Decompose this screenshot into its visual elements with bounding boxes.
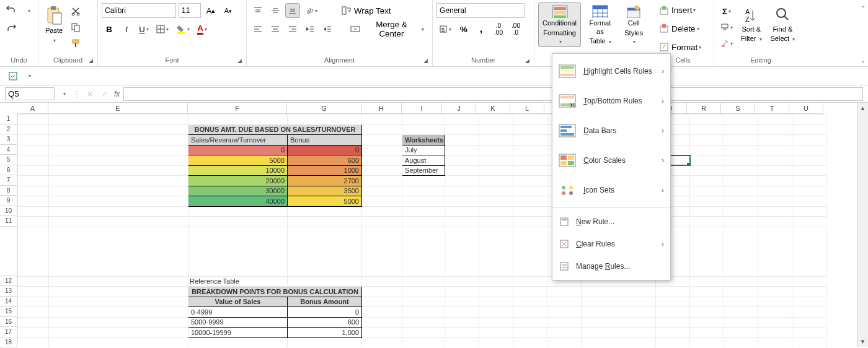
cell[interactable]: [49, 124, 188, 135]
row-header[interactable]: 16: [0, 317, 17, 328]
cell[interactable]: 5000: [288, 196, 362, 207]
cell[interactable]: [547, 317, 582, 328]
cell[interactable]: [547, 328, 582, 338]
align-top-button[interactable]: [250, 3, 265, 18]
cell[interactable]: [18, 115, 49, 125]
font-name-select[interactable]: [102, 3, 176, 18]
cell[interactable]: [690, 307, 724, 318]
cell[interactable]: [792, 328, 826, 338]
insert-button[interactable]: Insert: [656, 3, 710, 18]
cell[interactable]: [758, 145, 792, 155]
cf-new-rule[interactable]: New Rule...: [552, 211, 670, 233]
cell[interactable]: [758, 328, 792, 338]
row-header[interactable]: 18: [0, 337, 17, 348]
cell[interactable]: [479, 317, 513, 328]
cell[interactable]: [445, 317, 479, 328]
percent-button[interactable]: %: [456, 22, 471, 37]
collapse-ribbon-button[interactable]: ⌄: [861, 57, 866, 64]
cell[interactable]: [690, 124, 724, 135]
cf-top-bottom-rules[interactable]: 10 Top/Bottom Rules ›: [552, 86, 670, 116]
row-header[interactable]: 13: [0, 286, 17, 297]
cell[interactable]: 1,000: [288, 328, 362, 338]
cell[interactable]: [49, 227, 188, 276]
cell[interactable]: Sales/Revenue/Turnover: [188, 135, 288, 146]
cell[interactable]: [690, 135, 724, 146]
cell[interactable]: [758, 276, 792, 287]
cell[interactable]: [362, 328, 402, 338]
cell[interactable]: [445, 176, 479, 186]
row-header[interactable]: 4: [0, 145, 17, 155]
quick-dropdown[interactable]: [24, 71, 35, 82]
cell[interactable]: [724, 317, 758, 328]
conditional-formatting-button[interactable]: Conditional Formatting: [538, 2, 581, 47]
cell[interactable]: [402, 227, 445, 276]
cell[interactable]: [582, 297, 656, 307]
cell[interactable]: 10000: [188, 165, 288, 176]
decrease-font-button[interactable]: A▾: [221, 3, 236, 18]
cell[interactable]: [445, 206, 479, 217]
cell[interactable]: [362, 155, 402, 166]
column-header[interactable]: R: [687, 103, 721, 114]
cell[interactable]: [445, 297, 479, 307]
cell[interactable]: [513, 196, 547, 207]
cell[interactable]: [18, 155, 49, 166]
row-header[interactable]: [0, 227, 17, 276]
cell[interactable]: [513, 307, 547, 318]
cell[interactable]: [18, 135, 49, 146]
row-header[interactable]: 3: [0, 134, 17, 145]
cell[interactable]: BONUS AMT. DUE BASED ON SALES/TURNOVER: [188, 124, 362, 135]
cell[interactable]: [49, 145, 188, 155]
cell[interactable]: 0: [288, 307, 362, 318]
cell[interactable]: [792, 276, 826, 287]
cell[interactable]: [513, 227, 547, 276]
cell[interactable]: [656, 337, 690, 347]
cell[interactable]: [362, 217, 402, 227]
cell[interactable]: [402, 337, 445, 347]
cell[interactable]: [792, 165, 826, 176]
cell[interactable]: September: [402, 165, 445, 176]
cell[interactable]: [18, 145, 49, 155]
cell[interactable]: 600: [288, 317, 362, 328]
cell[interactable]: [49, 328, 188, 338]
cell[interactable]: [656, 317, 690, 328]
cell[interactable]: [792, 176, 826, 186]
cell[interactable]: [362, 227, 402, 276]
cell[interactable]: [49, 206, 188, 217]
row-header[interactable]: 17: [0, 327, 17, 337]
cf-clear-rules[interactable]: Clear Rules ›: [552, 233, 670, 255]
cell[interactable]: [582, 287, 656, 297]
cell[interactable]: [18, 217, 49, 227]
cell[interactable]: [690, 186, 724, 196]
align-right-button[interactable]: [285, 22, 300, 37]
cell[interactable]: [402, 317, 445, 328]
cell[interactable]: [582, 307, 656, 318]
cell[interactable]: [792, 206, 826, 217]
cell[interactable]: [724, 135, 758, 146]
cell[interactable]: [479, 328, 513, 338]
cell[interactable]: [656, 307, 690, 318]
cell[interactable]: [479, 307, 513, 318]
cell[interactable]: [18, 317, 49, 328]
cut-button[interactable]: [68, 4, 83, 19]
cell[interactable]: [402, 328, 445, 338]
increase-font-button[interactable]: A▴: [203, 3, 218, 18]
cell[interactable]: [402, 196, 445, 207]
cell[interactable]: [758, 135, 792, 146]
cell[interactable]: July: [402, 145, 445, 155]
cell[interactable]: [288, 217, 362, 227]
column-header[interactable]: U: [789, 103, 823, 114]
cell[interactable]: [445, 165, 479, 176]
align-center-button[interactable]: [268, 22, 283, 37]
cell[interactable]: [445, 155, 479, 166]
cell[interactable]: 5000: [188, 155, 288, 166]
cell[interactable]: [479, 145, 513, 155]
number-format-select[interactable]: [436, 3, 525, 18]
italic-button[interactable]: I: [119, 22, 134, 37]
cf-manage-rules[interactable]: Manage Rules...: [552, 255, 670, 277]
cell[interactable]: [18, 297, 49, 307]
cell[interactable]: [513, 276, 547, 287]
scroll-up[interactable]: ▲: [857, 103, 868, 114]
accessibility-icon[interactable]: [7, 71, 19, 82]
cell[interactable]: [724, 155, 758, 166]
cell[interactable]: [724, 196, 758, 207]
